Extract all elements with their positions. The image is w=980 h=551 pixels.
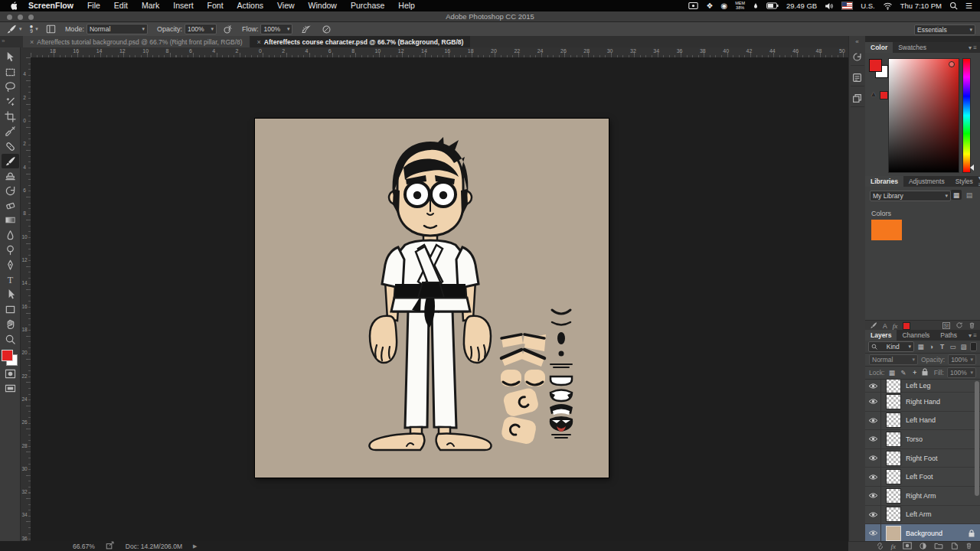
layer-row[interactable]: Right Foot [865,449,980,468]
color-tab-color[interactable]: Color [865,42,893,53]
layer-blend-mode-select[interactable]: Normal▾ [869,354,918,365]
layer-row[interactable]: Left Hand [865,412,980,431]
airbrush-icon[interactable] [300,24,311,34]
layer-visibility-toggle[interactable] [865,487,881,505]
pressure-size-icon[interactable] [322,24,332,34]
spotlight-search-icon[interactable] [949,2,958,10]
layer-row[interactable]: Right Arm [865,487,980,506]
layer-filtering-toggle[interactable] [970,342,977,351]
add-graphic-icon[interactable] [870,321,877,331]
hue-slider-strip[interactable] [962,58,971,173]
battery-icon[interactable] [766,2,779,9]
menu-font[interactable]: Font [201,0,230,11]
layer-visibility-toggle[interactable] [865,449,881,468]
layers-panel-menu-icon[interactable]: ▾ ≡ [969,330,980,341]
document-size-readout[interactable]: Doc: 14.2M/206.0M [126,543,182,550]
menu-file[interactable]: File [80,0,107,11]
layer-thumbnail[interactable] [886,412,901,428]
layer-visibility-toggle[interactable] [865,468,881,486]
layer-row[interactable]: Background [865,524,980,543]
brush-preset-picker[interactable]: ●9 ▾ [30,24,38,34]
menu-edit[interactable]: Edit [107,0,135,11]
flow-select[interactable]: 100%▾ [260,24,292,34]
layer-row[interactable]: Left Leg [865,380,980,393]
layer-visibility-toggle[interactable] [865,430,881,448]
eyedropper-tool[interactable] [2,124,19,139]
workspace-switcher[interactable]: Essentials▾ [914,24,975,35]
input-source-label[interactable]: U.S. [861,2,874,10]
horizontal-ruler[interactable]: 1816141210864202468101214161820222426283… [31,47,848,58]
layer-thumbnail[interactable] [886,526,901,541]
layer-opacity-select[interactable]: 100%▾ [948,354,976,365]
menu-purchase[interactable]: Purchase [344,0,391,11]
layer-row[interactable]: Right Hand [865,393,980,412]
dodge-tool[interactable] [2,243,19,257]
properties-panel-icon[interactable] [851,69,864,86]
dropbox-icon[interactable]: ❖ [706,2,713,10]
stock-icon[interactable]: St [942,322,950,329]
new-adjustment-layer-icon[interactable] [919,542,927,551]
library-select[interactable]: My Library▾ [870,191,951,201]
menu-help[interactable]: Help [391,0,422,11]
filter-pixel-layers-icon[interactable]: ▦ [916,343,925,350]
filter-adjustment-layers-icon[interactable]: ◑ [927,343,936,350]
healing-brush-tool[interactable] [2,139,19,153]
app-circle-icon[interactable]: ◉ [720,2,727,10]
menu-mark[interactable]: Mark [135,0,166,11]
memory-meter[interactable]: MEM38% [735,2,745,10]
close-window-button[interactable] [7,15,12,20]
layer-style-icon[interactable]: fx [891,543,897,550]
brush-tool-icon[interactable]: ▾ [6,24,22,34]
add-character-style-icon[interactable]: A [883,322,887,330]
vertical-ruler[interactable]: 42024681012141618202224262830323436 [21,57,31,541]
blend-mode-select[interactable]: Normal▾ [87,24,148,34]
share-icon[interactable] [106,541,115,551]
magic-wand-tool[interactable] [2,94,19,109]
lock-pixels-icon[interactable]: ✎ [899,369,907,377]
document-tab-0[interactable]: ×Aftereffects tutorial background.psd @ … [23,36,250,47]
delete-layer-icon[interactable] [965,542,972,551]
layer-thumbnail[interactable] [886,507,901,522]
delete-library-item-icon[interactable] [969,321,975,331]
layer-thumbnail[interactable] [886,394,901,409]
pen-tool[interactable] [2,257,19,272]
document-canvas[interactable] [255,119,609,478]
rectangle-tool[interactable] [2,302,19,317]
pressure-opacity-icon[interactable] [223,24,233,34]
layer-visibility-toggle[interactable] [865,393,881,411]
menu-view[interactable]: View [270,0,302,11]
brush-tool[interactable] [2,154,19,168]
toggle-brush-panel-icon[interactable] [46,24,56,34]
lasso-tool[interactable] [2,80,19,94]
layer-thumbnail[interactable] [886,380,901,393]
screen-recording-icon[interactable] [688,2,698,10]
layers-tab-paths[interactable]: Paths [935,330,962,341]
color-panel-menu-icon[interactable]: ▾ ≡ [969,42,980,53]
library-list-view-icon[interactable]: ▤ [964,190,975,200]
layers-tab-channels[interactable]: Channels [897,330,935,341]
link-layers-icon[interactable] [876,542,884,551]
layer-comps-panel-icon[interactable] [851,90,864,107]
opacity-select[interactable]: 100%▾ [185,24,217,34]
hand-tool[interactable] [2,317,19,331]
close-tab-icon[interactable]: × [30,38,34,46]
add-layer-mask-icon[interactable] [903,542,912,551]
layer-visibility-toggle[interactable] [865,380,881,392]
layer-visibility-toggle[interactable] [865,506,881,524]
gamut-color-chip[interactable] [880,91,888,99]
add-foreground-color-icon[interactable] [903,322,910,330]
tab-overflow-icon[interactable]: » [2,37,5,44]
color-swatch-widget[interactable] [2,350,18,367]
menu-window[interactable]: Window [302,0,344,11]
path-selection-tool[interactable] [2,287,19,302]
filter-type-layers-icon[interactable]: T [938,343,946,350]
add-layer-style-icon[interactable]: fx [893,322,898,330]
foreground-color-swatch[interactable] [869,59,882,72]
history-panel-icon[interactable] [851,48,864,66]
foreground-color-box[interactable] [2,350,13,361]
new-layer-icon[interactable] [950,542,959,551]
layers-tab-layers[interactable]: Layers [865,330,897,341]
status-flyout-icon[interactable]: ▶ [193,543,197,549]
menu-actions[interactable]: Actions [230,0,270,11]
wifi-icon[interactable] [883,2,893,10]
